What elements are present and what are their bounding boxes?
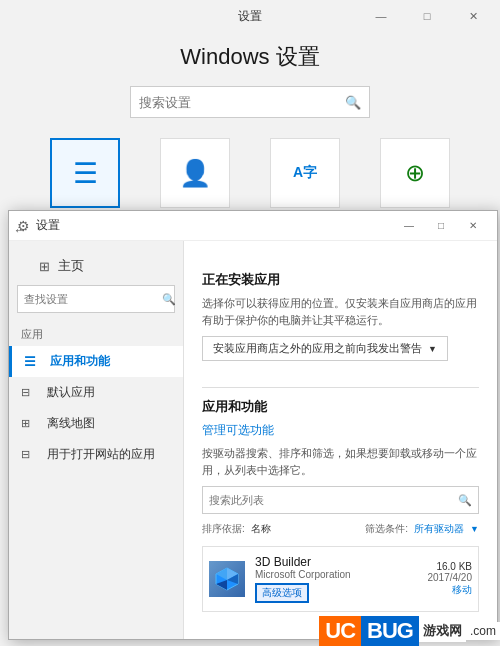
- fg-main-content: 正在安装应用 选择你可以获得应用的位置。仅安装来自应用商店的应用有助于保护你的电…: [184, 241, 497, 639]
- filter-desc: 按驱动器搜索、排序和筛选，如果想要卸载或移动一个应用，从列表中选择它。: [202, 445, 479, 478]
- dropdown-label: 安装应用商店之外的应用之前向我发出警告: [213, 341, 422, 356]
- watermark: UC BUG 游戏网 .com: [319, 616, 500, 646]
- apps-features-icon: ☰: [24, 354, 42, 369]
- app-icon-3dbuilder: [209, 561, 245, 597]
- sidebar-search-input[interactable]: [24, 293, 162, 305]
- app-search-input[interactable]: [209, 494, 458, 506]
- sidebar-item-websites-label: 用于打开网站的应用: [47, 446, 155, 463]
- bg-search-input[interactable]: [139, 95, 345, 110]
- websites-icon: ⊟: [21, 448, 39, 461]
- fg-close-button[interactable]: ✕: [457, 212, 489, 240]
- bg-titlebar: 设置 — □ ✕: [0, 0, 500, 32]
- 3dbuilder-svg-icon: [214, 566, 240, 592]
- sort-value[interactable]: 名称: [251, 522, 271, 536]
- sidebar-item-default-apps[interactable]: ⊟ 默认应用: [9, 377, 183, 408]
- foreground-window: ⚙ 设置 — □ ✕ ← ⊞ 主页 🔍 应用 ☰ 应用和功能 ⊟: [8, 210, 498, 640]
- default-apps-icon: ⊟: [21, 386, 39, 399]
- offline-maps-icon: ⊞: [21, 417, 39, 430]
- app-right-info: 16.0 KB 2017/4/20 移动: [428, 561, 473, 597]
- sidebar-item-offline-maps-label: 离线地图: [47, 415, 95, 432]
- app-company: Microsoft Corporation: [255, 569, 420, 580]
- manage-optional-features-link[interactable]: 管理可选功能: [202, 422, 479, 439]
- home-icon: ⊞: [39, 259, 50, 274]
- sidebar-search-box[interactable]: 🔍: [17, 285, 175, 313]
- bg-time-box: A字: [270, 138, 340, 208]
- sort-filter-row: 排序依据: 名称 筛选条件: 所有驱动器 ▼: [202, 522, 479, 536]
- watermark-dot: .com: [466, 622, 500, 640]
- bg-search-box[interactable]: 🔍: [130, 86, 370, 118]
- filter-dropdown-icon: ▼: [470, 524, 479, 534]
- app-info: 3D Builder Microsoft Corporation 高级选项: [255, 555, 420, 603]
- gaming-icon: ⊕: [405, 159, 425, 187]
- app-date: 2017/4/20: [428, 572, 473, 583]
- app-move-link[interactable]: 移动: [428, 583, 473, 597]
- app-list-item[interactable]: 3D Builder Microsoft Corporation 高级选项 16…: [202, 546, 479, 612]
- fg-sidebar: ← ⊞ 主页 🔍 应用 ☰ 应用和功能 ⊟ 默认应用 ⊞ 离线地图: [9, 241, 184, 639]
- bg-gaming-box: ⊕: [380, 138, 450, 208]
- section1-desc: 选择你可以获得应用的位置。仅安装来自应用商店的应用有助于保护你的电脑并让其平稳运…: [202, 295, 479, 328]
- sort-label: 排序依据:: [202, 522, 245, 536]
- fg-win-controls: — □ ✕: [393, 212, 489, 240]
- filter-value[interactable]: 所有驱动器: [414, 522, 464, 536]
- app-size: 16.0 KB: [428, 561, 473, 572]
- filter-label: 筛选条件:: [365, 522, 408, 536]
- advanced-options-highlight[interactable]: 高级选项: [255, 583, 309, 603]
- fg-titlebar: ⚙ 设置 — □ ✕: [9, 211, 497, 241]
- install-warning-dropdown[interactable]: 安装应用商店之外的应用之前向我发出警告 ▼: [202, 336, 448, 361]
- accounts-icon: 👤: [179, 158, 211, 189]
- watermark-game: 游戏网: [419, 620, 466, 642]
- watermark-bug: BUG: [361, 616, 419, 646]
- sidebar-home[interactable]: ⊞ 主页: [9, 251, 183, 281]
- bg-main-title: Windows 设置: [180, 42, 319, 72]
- sidebar-item-default-apps-label: 默认应用: [47, 384, 95, 401]
- sidebar-home-label: 主页: [58, 257, 84, 275]
- sidebar-item-apps-features[interactable]: ☰ 应用和功能: [9, 346, 183, 377]
- time-icon: A字: [293, 164, 317, 182]
- bg-win-controls: — □ ✕: [358, 0, 496, 32]
- section2-title: 应用和功能: [202, 398, 479, 416]
- sidebar-section-label: 应用: [9, 323, 183, 346]
- bg-close-button[interactable]: ✕: [450, 0, 496, 32]
- fg-maximize-button[interactable]: □: [425, 212, 457, 240]
- sidebar-item-apps-features-label: 应用和功能: [50, 353, 110, 370]
- bg-minimize-button[interactable]: —: [358, 0, 404, 32]
- sidebar-search-icon: 🔍: [162, 293, 176, 306]
- fg-minimize-button[interactable]: —: [393, 212, 425, 240]
- app-search-icon: 🔍: [458, 494, 472, 507]
- bg-apps-box: ☰: [50, 138, 120, 208]
- fg-title-text: 设置: [36, 217, 393, 234]
- watermark-uc: UC: [319, 616, 361, 646]
- apps-icon: ☰: [73, 157, 98, 190]
- dropdown-arrow-icon: ▼: [428, 344, 437, 354]
- fg-body: ← ⊞ 主页 🔍 应用 ☰ 应用和功能 ⊟ 默认应用 ⊞ 离线地图: [9, 241, 497, 639]
- sidebar-item-offline-maps[interactable]: ⊞ 离线地图: [9, 408, 183, 439]
- app-search-box[interactable]: 🔍: [202, 486, 479, 514]
- section1-title: 正在安装应用: [202, 271, 479, 289]
- app-name: 3D Builder: [255, 555, 420, 569]
- bg-accounts-box: 👤: [160, 138, 230, 208]
- bg-search-icon: 🔍: [345, 95, 361, 110]
- section-divider: [202, 387, 479, 388]
- bg-maximize-button[interactable]: □: [404, 0, 450, 32]
- bg-window-title: 设置: [238, 8, 262, 25]
- sidebar-item-websites[interactable]: ⊟ 用于打开网站的应用: [9, 439, 183, 470]
